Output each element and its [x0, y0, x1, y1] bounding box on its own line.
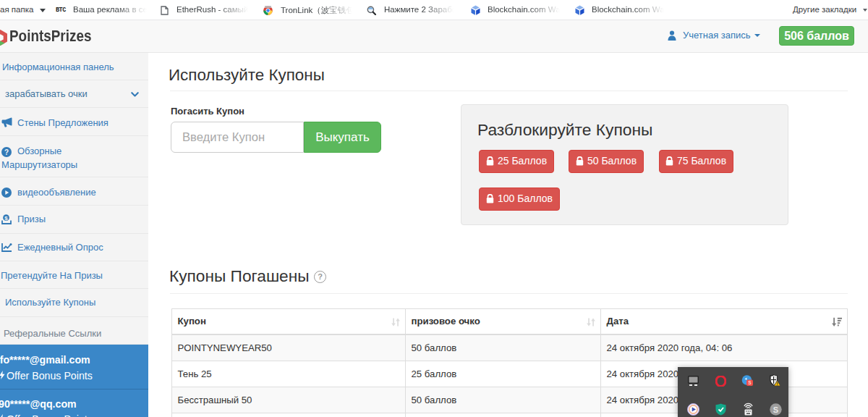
svg-text:S: S: [773, 405, 778, 414]
svg-text:S: S: [748, 380, 752, 385]
svg-text:$: $: [4, 215, 8, 222]
svg-text:?: ?: [4, 148, 9, 156]
